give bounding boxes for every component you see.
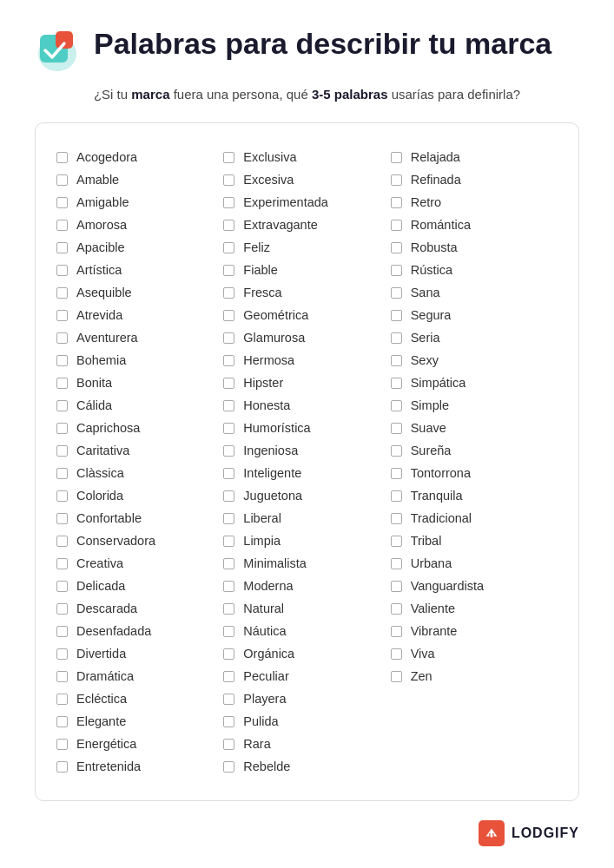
word-checkbox[interactable] <box>56 445 68 457</box>
word-item[interactable]: Rara <box>223 734 390 753</box>
word-checkbox[interactable] <box>391 536 402 547</box>
word-item[interactable]: Bonita <box>56 373 223 392</box>
word-item[interactable]: Hipster <box>223 373 390 392</box>
word-item[interactable]: Seria <box>391 328 558 347</box>
word-item[interactable]: Acogedora <box>56 148 223 167</box>
word-item[interactable]: Retro <box>391 193 558 212</box>
word-item[interactable]: Sureña <box>391 441 558 460</box>
word-checkbox[interactable] <box>391 626 402 637</box>
word-checkbox[interactable] <box>56 287 68 299</box>
word-checkbox[interactable] <box>223 513 234 524</box>
word-checkbox[interactable] <box>391 287 402 299</box>
word-checkbox[interactable] <box>223 716 234 727</box>
word-item[interactable]: Desenfadada <box>56 621 223 641</box>
word-item[interactable]: Delicada <box>56 576 223 595</box>
word-checkbox[interactable] <box>391 445 402 457</box>
word-item[interactable]: Vanguardista <box>391 576 558 595</box>
word-checkbox[interactable] <box>223 761 234 773</box>
word-checkbox[interactable] <box>56 626 68 637</box>
word-checkbox[interactable] <box>223 220 234 231</box>
word-item[interactable]: Ecléctica <box>56 689 223 708</box>
word-item[interactable]: Sana <box>391 283 558 302</box>
word-checkbox[interactable] <box>391 423 402 434</box>
word-item[interactable]: Valiente <box>391 599 558 618</box>
word-item[interactable]: Simple <box>391 396 558 415</box>
word-item[interactable]: Divertida <box>56 644 223 663</box>
word-checkbox[interactable] <box>56 310 68 321</box>
word-checkbox[interactable] <box>223 739 234 750</box>
word-item[interactable]: Glamurosa <box>223 328 390 347</box>
word-item[interactable]: Amigable <box>56 193 223 212</box>
word-item[interactable]: Excesiva <box>223 170 390 189</box>
word-item[interactable]: Tontorrona <box>391 464 558 483</box>
word-checkbox[interactable] <box>391 513 402 524</box>
word-checkbox[interactable] <box>56 174 68 186</box>
word-item[interactable]: Caprichosa <box>56 418 223 437</box>
word-item[interactable]: Apacible <box>56 238 223 257</box>
word-checkbox[interactable] <box>56 332 68 344</box>
word-item[interactable]: Elegante <box>56 712 223 731</box>
word-checkbox[interactable] <box>223 468 234 479</box>
word-item[interactable]: Conservadora <box>56 531 223 550</box>
word-checkbox[interactable] <box>391 400 402 411</box>
word-item[interactable]: Rebelde <box>223 757 390 776</box>
word-checkbox[interactable] <box>391 581 402 592</box>
word-item[interactable]: Feliz <box>223 238 390 257</box>
word-checkbox[interactable] <box>223 603 234 615</box>
word-item[interactable]: Fresca <box>223 283 390 302</box>
word-item[interactable]: Geométrica <box>223 306 390 325</box>
word-checkbox[interactable] <box>391 355 402 366</box>
word-checkbox[interactable] <box>391 558 402 569</box>
word-item[interactable]: Aventurera <box>56 328 223 347</box>
word-item[interactable]: Hermosa <box>223 351 390 370</box>
word-checkbox[interactable] <box>56 581 68 592</box>
word-item[interactable]: Creativa <box>56 554 223 573</box>
word-checkbox[interactable] <box>56 716 68 727</box>
word-checkbox[interactable] <box>391 220 402 231</box>
word-checkbox[interactable] <box>391 242 402 253</box>
word-item[interactable]: Descarada <box>56 599 223 618</box>
word-checkbox[interactable] <box>56 558 68 569</box>
word-checkbox[interactable] <box>56 152 68 163</box>
word-item[interactable]: Caritativa <box>56 441 223 460</box>
word-item[interactable]: Asequible <box>56 283 223 302</box>
word-item[interactable]: Liberal <box>223 509 390 528</box>
word-item[interactable]: Experimentada <box>223 193 390 212</box>
word-checkbox[interactable] <box>223 242 234 253</box>
word-item[interactable]: Tribal <box>391 531 558 550</box>
word-item[interactable]: Humorística <box>223 418 390 437</box>
word-item[interactable]: Juguetona <box>223 486 390 505</box>
word-item[interactable]: Dramática <box>56 667 223 686</box>
word-checkbox[interactable] <box>391 332 402 344</box>
word-checkbox[interactable] <box>223 197 234 208</box>
word-item[interactable]: Relajada <box>391 148 558 167</box>
word-checkbox[interactable] <box>223 648 234 660</box>
word-checkbox[interactable] <box>391 174 402 186</box>
word-checkbox[interactable] <box>56 761 68 773</box>
word-item[interactable]: Zen <box>391 667 558 686</box>
word-checkbox[interactable] <box>56 603 68 615</box>
word-item[interactable]: Bohemia <box>56 351 223 370</box>
word-checkbox[interactable] <box>223 355 234 366</box>
word-checkbox[interactable] <box>56 536 68 547</box>
word-checkbox[interactable] <box>56 355 68 366</box>
word-item[interactable]: Fiable <box>223 260 390 279</box>
word-checkbox[interactable] <box>56 378 68 389</box>
word-checkbox[interactable] <box>56 694 68 705</box>
word-checkbox[interactable] <box>391 152 402 163</box>
word-checkbox[interactable] <box>223 287 234 299</box>
word-item[interactable]: Extravagante <box>223 215 390 234</box>
word-checkbox[interactable] <box>56 739 68 750</box>
word-item[interactable]: Amable <box>56 170 223 189</box>
word-item[interactable]: Robusta <box>391 238 558 257</box>
word-item[interactable]: Pulida <box>223 712 390 731</box>
word-item[interactable]: Tranquila <box>391 486 558 505</box>
word-checkbox[interactable] <box>56 242 68 253</box>
word-checkbox[interactable] <box>56 648 68 660</box>
word-checkbox[interactable] <box>56 265 68 276</box>
word-item[interactable]: Inteligente <box>223 464 390 483</box>
word-item[interactable]: Rústica <box>391 260 558 279</box>
word-checkbox[interactable] <box>56 220 68 231</box>
word-checkbox[interactable] <box>391 310 402 321</box>
word-item[interactable]: Moderna <box>223 576 390 595</box>
